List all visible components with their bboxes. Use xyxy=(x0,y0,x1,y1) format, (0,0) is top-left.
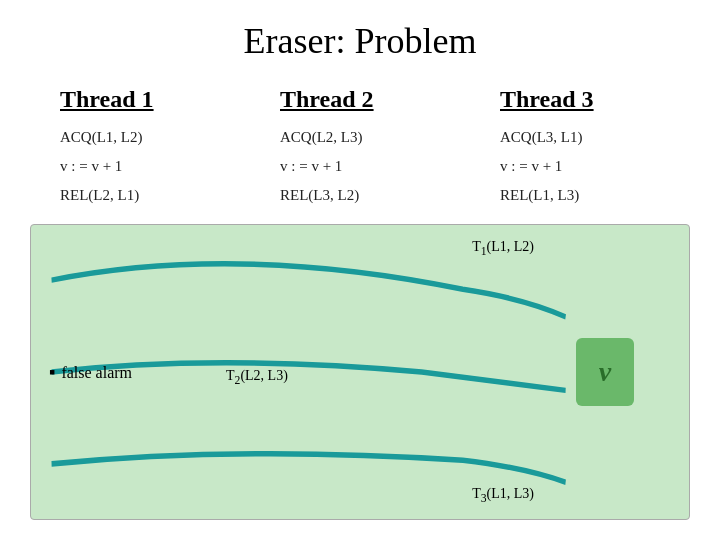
page-title: Eraser: Problem xyxy=(30,20,690,62)
thread-1-item-2: REL(L2, L1) xyxy=(60,187,220,204)
thread-3-item-2: REL(L1, L3) xyxy=(500,187,660,204)
thread-2-item-0: ACQ(L2, L3) xyxy=(280,129,440,146)
thread-3-header: Thread 3 xyxy=(500,86,660,113)
thread-3-item-1: v : = v + 1 xyxy=(500,158,660,175)
thread-3-item-0: ACQ(L3, L1) xyxy=(500,129,660,146)
t1-label: T1(L1, L2) xyxy=(472,239,534,258)
thread-2-col: Thread 2 ACQ(L2, L3) v : = v + 1 REL(L3,… xyxy=(280,86,440,204)
v-variable-box: v xyxy=(576,338,634,406)
threads-section: Thread 1 ACQ(L1, L2) v : = v + 1 REL(L2,… xyxy=(30,86,690,204)
thread-3-col: Thread 3 ACQ(L3, L1) v : = v + 1 REL(L1,… xyxy=(500,86,660,204)
thread-1-item-1: v : = v + 1 xyxy=(60,158,220,175)
diagram-section: false alarm T1(L1, L2) T2(L2, L3) T3(L1,… xyxy=(30,224,690,520)
thread-2-item-2: REL(L3, L2) xyxy=(280,187,440,204)
false-alarm-label: false alarm xyxy=(49,362,132,383)
t3-label: T3(L1, L3) xyxy=(472,486,534,505)
t2-label: T2(L2, L3) xyxy=(226,368,288,387)
thread-1-header: Thread 1 xyxy=(60,86,220,113)
thread-1-col: Thread 1 ACQ(L1, L2) v : = v + 1 REL(L2,… xyxy=(60,86,220,204)
page: Eraser: Problem Thread 1 ACQ(L1, L2) v :… xyxy=(0,0,720,540)
thread-1-item-0: ACQ(L1, L2) xyxy=(60,129,220,146)
thread-2-item-1: v : = v + 1 xyxy=(280,158,440,175)
thread-2-header: Thread 2 xyxy=(280,86,440,113)
